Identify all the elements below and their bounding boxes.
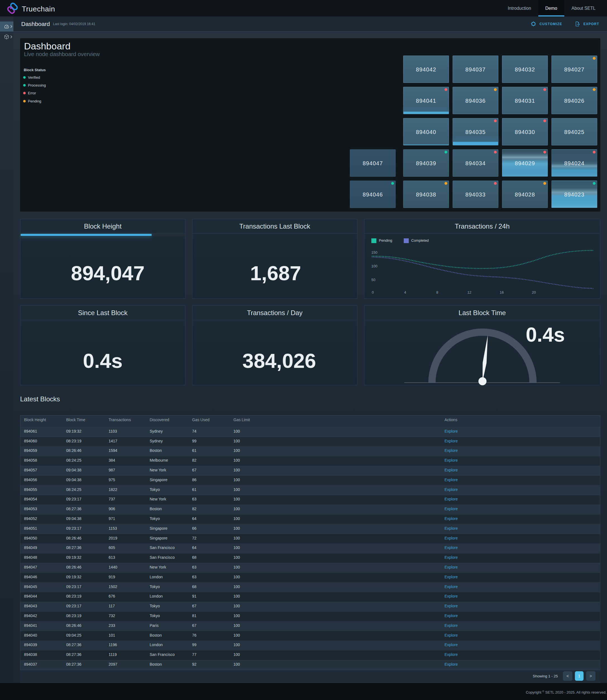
- svg-text:12: 12: [467, 290, 471, 294]
- svg-text:100: 100: [371, 264, 377, 268]
- svg-text:4: 4: [404, 290, 406, 294]
- svg-text:150: 150: [371, 250, 377, 255]
- svg-text:50: 50: [371, 278, 375, 282]
- svg-text:8: 8: [436, 290, 438, 294]
- svg-text:16: 16: [500, 290, 504, 294]
- svg-text:20: 20: [532, 290, 536, 294]
- svg-text:0: 0: [372, 290, 374, 294]
